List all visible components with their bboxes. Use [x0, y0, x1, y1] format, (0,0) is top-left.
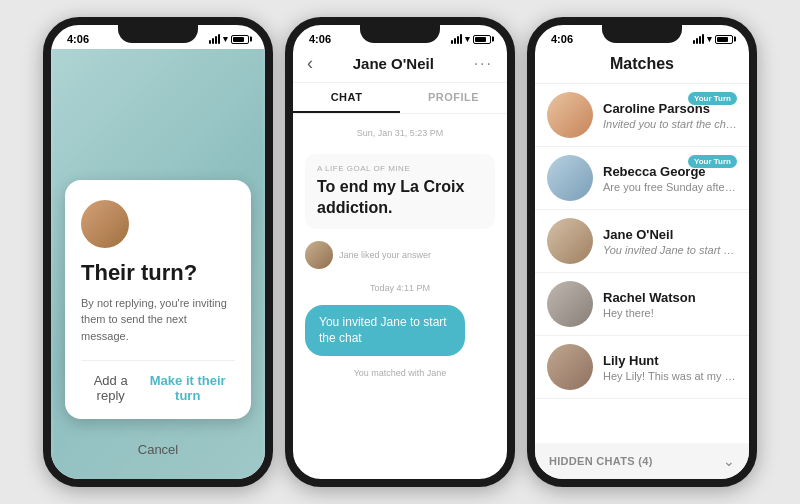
- phone-2: 4:06 ▾ ‹ Jane O'Neil ··· CHAT PROFI: [285, 17, 515, 487]
- more-options-button[interactable]: ···: [474, 55, 493, 73]
- life-goal-card: A LIFE GOAL OF MINE To end my La Croix a…: [305, 154, 495, 229]
- chat-header: ‹ Jane O'Neil ···: [293, 49, 507, 83]
- match-avatar-3: [547, 281, 593, 327]
- match-preview-2: You invited Jane to start the chat.: [603, 244, 737, 256]
- match-preview-4: Hey Lily! This was at my family's beac..…: [603, 370, 737, 382]
- wifi-icon-3: ▾: [707, 34, 712, 44]
- match-name-3: Rachel Watson: [603, 290, 737, 305]
- time-2: 4:06: [309, 33, 331, 45]
- match-preview-3: Hey there!: [603, 307, 737, 319]
- make-their-turn-button[interactable]: Make it their turn: [140, 373, 235, 403]
- tab-chat[interactable]: CHAT: [293, 83, 400, 113]
- modal-avatar: [81, 200, 129, 248]
- matches-header: Matches: [535, 49, 749, 84]
- chat-bubble-row: You invited Jane to start the chat: [305, 305, 495, 357]
- match-name-2: Jane O'Neil: [603, 227, 737, 242]
- time-1: 4:06: [67, 33, 89, 45]
- battery-fill-3: [717, 37, 728, 42]
- battery-icon-3: [715, 35, 733, 44]
- phone3-content: Matches Caroline ParsonsInvited you to s…: [535, 49, 749, 479]
- hidden-chats-section[interactable]: HIDDEN CHATS (4) ⌄: [535, 443, 749, 479]
- match-name-4: Lily Hunt: [603, 353, 737, 368]
- wifi-icon-2: ▾: [465, 34, 470, 44]
- match-preview-1: Are you free Sunday afternoon?: [603, 181, 737, 193]
- match-info-4: Lily HuntHey Lily! This was at my family…: [603, 353, 737, 382]
- battery-fill-2: [475, 37, 486, 42]
- your-turn-badge-1: Your Turn: [688, 155, 737, 168]
- match-avatar-2: [547, 218, 593, 264]
- liked-row: Jane liked your answer: [305, 241, 495, 269]
- back-button[interactable]: ‹: [307, 53, 313, 74]
- match-item-3[interactable]: Rachel WatsonHey there!: [535, 273, 749, 336]
- signal-icon-3: [693, 34, 704, 44]
- chat-avatar: [305, 241, 333, 269]
- match-preview-0: Invited you to start the chat.: [603, 118, 737, 130]
- chat-tabs: CHAT PROFILE: [293, 83, 507, 114]
- life-goal-text: To end my La Croix addiction.: [317, 177, 483, 219]
- chat-bubble: You invited Jane to start the chat: [305, 305, 465, 357]
- modal-actions: Add a reply Make it their turn: [81, 360, 235, 403]
- match-avatar-1: [547, 155, 593, 201]
- phone2-content: ‹ Jane O'Neil ··· CHAT PROFILE Sun, Jan …: [293, 49, 507, 479]
- modal-title: Their turn?: [81, 260, 235, 286]
- liked-text: Jane liked your answer: [339, 250, 431, 260]
- battery-icon: [231, 35, 249, 44]
- match-avatar-0: [547, 92, 593, 138]
- notch-3: [602, 25, 682, 43]
- match-item-2[interactable]: Jane O'NeilYou invited Jane to start the…: [535, 210, 749, 273]
- status-icons-1: ▾: [209, 34, 249, 44]
- match-avatar-4: [547, 344, 593, 390]
- their-turn-modal: Their turn? By not replying, you're invi…: [65, 180, 251, 419]
- match-info-2: Jane O'NeilYou invited Jane to start the…: [603, 227, 737, 256]
- match-item-1[interactable]: Rebecca GeorgeAre you free Sunday aftern…: [535, 147, 749, 210]
- signal-icon: [209, 34, 220, 44]
- matches-title: Matches: [549, 55, 735, 73]
- battery-fill: [233, 37, 244, 42]
- signal-icon-2: [451, 34, 462, 44]
- time-3: 4:06: [551, 33, 573, 45]
- phone1-content: Their turn? By not replying, you're invi…: [51, 49, 265, 479]
- chat-date-stamp: Sun, Jan 31, 5:23 PM: [305, 128, 495, 138]
- matches-list: Caroline ParsonsInvited you to start the…: [535, 84, 749, 399]
- chevron-down-icon: ⌄: [723, 453, 735, 469]
- today-stamp: Today 4:11 PM: [305, 283, 495, 293]
- status-icons-2: ▾: [451, 34, 491, 44]
- match-item-0[interactable]: Caroline ParsonsInvited you to start the…: [535, 84, 749, 147]
- tab-profile[interactable]: PROFILE: [400, 83, 507, 113]
- life-goal-label: A LIFE GOAL OF MINE: [317, 164, 483, 173]
- modal-desc: By not replying, you're inviting them to…: [81, 295, 235, 345]
- match-info-3: Rachel WatsonHey there!: [603, 290, 737, 319]
- wifi-icon: ▾: [223, 34, 228, 44]
- phone-1: 4:06 ▾ Their turn? By not replying, you'…: [43, 17, 273, 487]
- phone-3: 4:06 ▾ Matches Caroline ParsonsInvited y…: [527, 17, 757, 487]
- status-icons-3: ▾: [693, 34, 733, 44]
- chat-body[interactable]: Sun, Jan 31, 5:23 PM A LIFE GOAL OF MINE…: [293, 114, 507, 479]
- notch-1: [118, 25, 198, 43]
- cancel-button[interactable]: Cancel: [138, 442, 178, 457]
- your-turn-badge-0: Your Turn: [688, 92, 737, 105]
- add-reply-button[interactable]: Add a reply: [81, 373, 140, 403]
- notch-2: [360, 25, 440, 43]
- battery-icon-2: [473, 35, 491, 44]
- matched-text: You matched with Jane: [305, 368, 495, 378]
- hidden-chats-label: HIDDEN CHATS (4): [549, 455, 653, 467]
- match-item-4[interactable]: Lily HuntHey Lily! This was at my family…: [535, 336, 749, 399]
- chat-header-name: Jane O'Neil: [353, 55, 434, 72]
